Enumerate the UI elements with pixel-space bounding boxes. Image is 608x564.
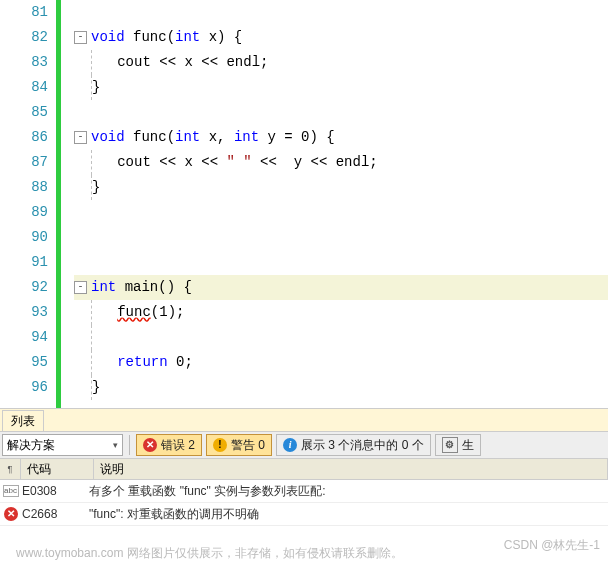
column-header-icon[interactable]: ¶ bbox=[0, 459, 21, 479]
filter-icon: ⚙ bbox=[442, 437, 458, 453]
line-number: 92 bbox=[0, 275, 48, 300]
grid-header: ¶ 代码 说明 bbox=[0, 459, 608, 480]
code-editor[interactable]: 81 82 83 84 85 86 87 88 89 90 91 92 93 9… bbox=[0, 0, 608, 408]
error-icon: ✕ bbox=[4, 507, 18, 521]
table-row[interactable]: ✕ C2668 "func": 对重载函数的调用不明确 bbox=[0, 503, 608, 526]
line-number: 86 bbox=[0, 125, 48, 150]
error-squiggle[interactable]: func bbox=[117, 304, 151, 320]
line-number: 91 bbox=[0, 250, 48, 275]
table-row[interactable]: abc E0308 有多个 重载函数 "func" 实例与参数列表匹配: bbox=[0, 480, 608, 503]
line-number: 94 bbox=[0, 325, 48, 350]
warnings-filter-button[interactable]: !警告 0 bbox=[206, 434, 272, 456]
fold-toggle-icon[interactable]: - bbox=[74, 31, 87, 44]
error-list-toolbar: 解决方案▾ ✕错误 2 !警告 0 i展示 3 个消息中的 0 个 ⚙生 bbox=[0, 432, 608, 459]
line-number: 84 bbox=[0, 75, 48, 100]
line-number: 95 bbox=[0, 350, 48, 375]
warning-icon: ! bbox=[213, 438, 227, 452]
line-number: 89 bbox=[0, 200, 48, 225]
error-code: E0308 bbox=[21, 484, 88, 498]
line-number: 88 bbox=[0, 175, 48, 200]
chevron-down-icon: ▾ bbox=[113, 440, 118, 450]
column-header-code[interactable]: 代码 bbox=[21, 459, 94, 479]
line-number: 93 bbox=[0, 300, 48, 325]
line-number: 81 bbox=[0, 0, 48, 25]
error-description: 有多个 重载函数 "func" 实例与参数列表匹配: bbox=[88, 483, 608, 500]
fold-toggle-icon[interactable]: - bbox=[74, 281, 87, 294]
watermark-site: www.toymoban.com 网络图片仅供展示，非存储，如有侵权请联系删除。 bbox=[16, 545, 403, 562]
tab-error-list[interactable]: 列表 bbox=[2, 410, 44, 431]
error-description: "func": 对重载函数的调用不明确 bbox=[88, 506, 608, 523]
line-number: 82 bbox=[0, 25, 48, 50]
column-header-description[interactable]: 说明 bbox=[94, 459, 608, 479]
scope-dropdown[interactable]: 解决方案▾ bbox=[2, 434, 123, 456]
info-icon: i bbox=[283, 438, 297, 452]
error-code: C2668 bbox=[21, 507, 88, 521]
error-icon: ✕ bbox=[143, 438, 157, 452]
code-area[interactable]: -void func(int x) { cout << x << endl; }… bbox=[74, 0, 608, 408]
line-number-gutter: 81 82 83 84 85 86 87 88 89 90 91 92 93 9… bbox=[0, 0, 56, 408]
line-number: 83 bbox=[0, 50, 48, 75]
errors-filter-button[interactable]: ✕错误 2 bbox=[136, 434, 202, 456]
messages-filter-button[interactable]: i展示 3 个消息中的 0 个 bbox=[276, 434, 431, 456]
build-filter-button[interactable]: ⚙生 bbox=[435, 434, 481, 456]
watermark-author: CSDN @林先生-1 bbox=[504, 537, 600, 554]
line-number: 85 bbox=[0, 100, 48, 125]
line-number: 96 bbox=[0, 375, 48, 400]
line-number: 90 bbox=[0, 225, 48, 250]
intellisense-icon: abc bbox=[3, 485, 19, 497]
change-marker-column bbox=[56, 0, 74, 408]
line-number: 87 bbox=[0, 150, 48, 175]
fold-toggle-icon[interactable]: - bbox=[74, 131, 87, 144]
